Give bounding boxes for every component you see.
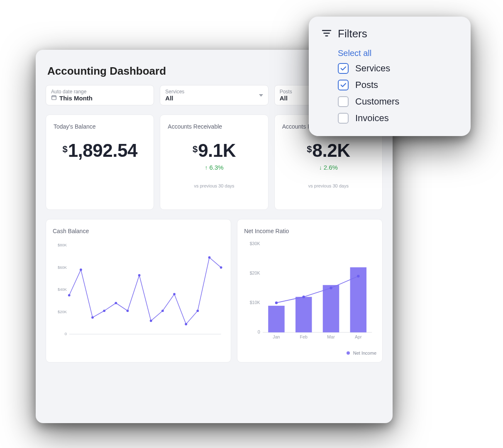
- svg-point-10: [103, 309, 105, 312]
- select-all-link[interactable]: Select all: [338, 49, 458, 58]
- card-value: $ 1,892.54: [54, 141, 146, 160]
- delta-text: ↑6.3%: [168, 164, 260, 171]
- svg-point-8: [80, 268, 82, 271]
- filter-option[interactable]: Posts: [338, 80, 458, 90]
- filter-option-label: Services: [355, 63, 390, 74]
- svg-rect-28: [295, 297, 312, 333]
- filter-label: Auto date range: [51, 89, 149, 95]
- checkbox[interactable]: [338, 113, 349, 124]
- svg-point-20: [220, 266, 222, 269]
- filters-panel: Filters Select all ServicesPostsCustomer…: [309, 17, 471, 136]
- filter-label: Services: [165, 89, 263, 95]
- svg-point-14: [150, 320, 152, 322]
- svg-point-13: [138, 274, 141, 277]
- charts-row: Cash Balance 0$20K$40K$60K$80K Net Incom…: [46, 219, 383, 363]
- svg-point-37: [357, 275, 359, 278]
- currency-symbol: $: [307, 144, 312, 155]
- card-title: Accounts Receivable: [168, 123, 260, 130]
- checkbox[interactable]: [338, 96, 349, 107]
- svg-text:Mar: Mar: [327, 334, 335, 339]
- currency-symbol: $: [62, 144, 67, 155]
- receivable-card: Accounts Receivable $ 9.1K ↑6.3% vs prev…: [160, 114, 268, 210]
- svg-rect-0: [52, 96, 56, 100]
- svg-point-18: [197, 309, 199, 312]
- services-dropdown[interactable]: Services All: [160, 85, 268, 105]
- card-value: $ 8.2K: [282, 141, 375, 160]
- cash-balance-chart: 0$20K$40K$60K$80K: [52, 239, 225, 346]
- filter-option-label: Customers: [355, 96, 399, 107]
- svg-text:Apr: Apr: [355, 334, 362, 339]
- svg-point-36: [330, 287, 332, 289]
- net-income-chart: 0$10K$20K$30KJanFebMarApr: [243, 239, 376, 346]
- arrow-down-icon: ↓: [319, 164, 322, 171]
- svg-text:0: 0: [65, 331, 67, 336]
- svg-text:$60K: $60K: [58, 265, 67, 270]
- chart-title: Net Income Ratio: [244, 228, 376, 234]
- amount-text: 1,892.54: [68, 141, 137, 160]
- svg-text:$10K: $10K: [250, 300, 261, 305]
- filter-value-text: All: [280, 95, 288, 102]
- filter-option-list: ServicesPostsCustomersInvoices: [338, 63, 458, 124]
- amount-text: 8.2K: [312, 141, 350, 160]
- date-range-dropdown[interactable]: Auto date range This Month: [46, 85, 154, 105]
- currency-symbol: $: [193, 144, 198, 155]
- svg-point-9: [91, 316, 94, 319]
- svg-text:$30K: $30K: [250, 241, 261, 246]
- card-subnote: vs previous 30 days: [282, 183, 375, 188]
- balance-card: Today's Balance $ 1,892.54: [46, 114, 154, 210]
- filter-option-label: Posts: [355, 80, 378, 90]
- svg-text:$20K: $20K: [58, 309, 67, 314]
- svg-point-12: [127, 309, 129, 312]
- svg-point-16: [173, 293, 176, 295]
- chevron-down-icon: [259, 94, 263, 97]
- legend-label: Net Income: [353, 351, 376, 355]
- checkbox[interactable]: [338, 80, 349, 90]
- filter-option[interactable]: Invoices: [338, 113, 458, 124]
- svg-text:Feb: Feb: [300, 334, 308, 339]
- panel-title: Filters: [338, 27, 367, 40]
- svg-rect-26: [268, 306, 284, 332]
- svg-point-15: [161, 309, 164, 312]
- svg-rect-30: [323, 285, 339, 332]
- chart-title: Cash Balance: [53, 228, 224, 234]
- net-income-chart-card: Net Income Ratio 0$10K$20K$30KJanFebMarA…: [237, 219, 383, 363]
- svg-point-35: [303, 295, 305, 298]
- svg-point-34: [275, 302, 278, 304]
- card-title: Today's Balance: [54, 123, 146, 130]
- filter-option-label: Invoices: [355, 113, 389, 124]
- svg-point-7: [68, 294, 71, 297]
- svg-point-11: [115, 302, 117, 304]
- card-value: $ 9.1K: [168, 141, 260, 160]
- svg-text:Jan: Jan: [273, 334, 280, 339]
- svg-text:$80K: $80K: [58, 243, 67, 247]
- svg-point-17: [185, 323, 187, 326]
- delta-text: ↓2.6%: [282, 164, 375, 171]
- legend-dot-icon: [347, 351, 350, 355]
- filter-option[interactable]: Services: [338, 63, 458, 74]
- arrow-up-icon: ↑: [205, 164, 208, 171]
- filter-value-text: This Month: [59, 95, 93, 102]
- svg-point-19: [208, 256, 211, 259]
- amount-text: 9.1K: [198, 141, 236, 160]
- panel-header: Filters: [321, 27, 458, 40]
- svg-text:$20K: $20K: [250, 270, 261, 275]
- card-subnote: vs previous 30 days: [168, 183, 260, 188]
- checkbox[interactable]: [338, 63, 349, 74]
- filter-value-text: All: [165, 95, 173, 102]
- chart-legend: Net Income: [243, 351, 376, 355]
- svg-text:0: 0: [258, 329, 260, 334]
- svg-text:$40K: $40K: [58, 287, 67, 292]
- cash-balance-chart-card: Cash Balance 0$20K$40K$60K$80K: [46, 219, 231, 363]
- filter-option[interactable]: Customers: [338, 96, 458, 107]
- filter-icon: [321, 28, 332, 40]
- calendar-icon: [51, 95, 57, 102]
